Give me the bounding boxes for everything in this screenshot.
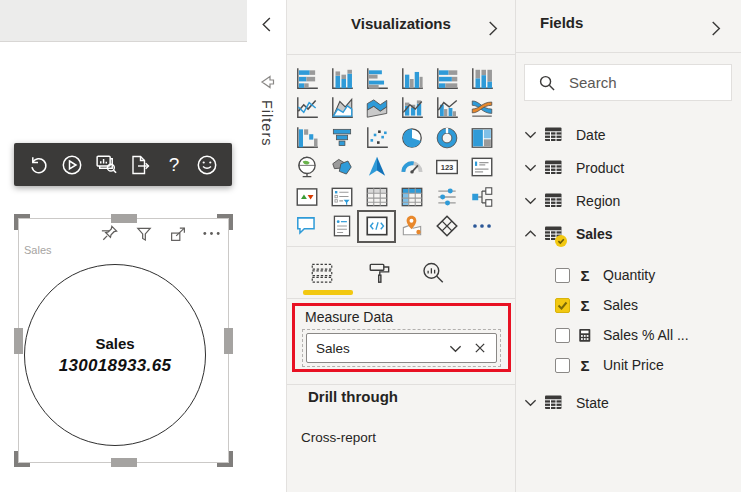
table-name: Region xyxy=(576,193,620,209)
view-records-icon[interactable] xyxy=(94,152,119,177)
more-options-icon[interactable] xyxy=(201,223,222,244)
table-row-region[interactable]: Region xyxy=(516,184,741,217)
viz-type-kpi-icon[interactable] xyxy=(289,182,324,212)
export-page-icon[interactable] xyxy=(127,152,152,177)
viz-type-ribbon-chart-icon[interactable] xyxy=(464,94,499,124)
viz-type-stacked-area-chart-icon[interactable] xyxy=(359,94,394,124)
viz-type-line-clustered-column-chart-icon[interactable] xyxy=(429,94,464,124)
sigma-measure-icon: Σ xyxy=(578,267,592,284)
viz-type-stacked-bar-chart-icon[interactable] xyxy=(289,64,324,94)
field-row-sales-all-[interactable]: Sales % All ... xyxy=(516,320,741,350)
chevron-down-icon[interactable] xyxy=(522,128,538,141)
search-input[interactable] xyxy=(567,73,711,92)
remove-field-x-icon[interactable] xyxy=(472,341,487,356)
divider xyxy=(287,246,515,247)
viz-type-donut-chart-icon[interactable] xyxy=(429,123,464,153)
feedback-smiley-icon[interactable] xyxy=(195,152,220,177)
viz-type-area-chart-icon[interactable] xyxy=(324,94,359,124)
viz-type-decomposition-tree-icon[interactable] xyxy=(464,182,499,212)
viz-type-key-influencers-icon[interactable] xyxy=(429,182,464,212)
selected-table-check-badge xyxy=(555,235,567,247)
pane-tabs xyxy=(287,252,515,298)
table-row-product[interactable]: Product xyxy=(516,151,741,184)
viz-type-line-stacked-column-chart-icon[interactable] xyxy=(394,94,429,124)
chevron-down-icon[interactable] xyxy=(522,161,538,174)
field-well-item[interactable]: Sales xyxy=(306,333,497,363)
chevron-down-icon[interactable] xyxy=(522,194,538,207)
viz-type-script-visual-icon[interactable] xyxy=(359,212,394,242)
viz-type-waterfall-chart-icon[interactable] xyxy=(289,123,324,153)
filters-pane-collapsed[interactable]: Filters xyxy=(247,0,287,492)
checkbox-checked[interactable] xyxy=(555,298,570,313)
table-icon xyxy=(544,158,563,177)
fields-search-box[interactable] xyxy=(524,64,732,101)
resize-handle-bottom[interactable] xyxy=(111,458,137,467)
viz-type-filled-map-icon[interactable] xyxy=(324,153,359,183)
chevron-down-icon[interactable] xyxy=(448,341,463,356)
viz-type-card-icon[interactable]: 123 xyxy=(429,153,464,183)
table-name: Product xyxy=(576,160,624,176)
expand-filters-chevron-icon[interactable] xyxy=(258,16,275,33)
table-row-date[interactable]: Date xyxy=(516,118,741,151)
resize-handle-right[interactable] xyxy=(224,328,233,354)
checkbox-unchecked[interactable] xyxy=(555,358,570,373)
field-row-sales[interactable]: ΣSales xyxy=(516,290,741,320)
calculated-column-icon xyxy=(578,328,592,343)
checkbox-unchecked[interactable] xyxy=(555,268,570,283)
resize-handle-top-left[interactable] xyxy=(14,214,30,230)
viz-type-line-chart-icon[interactable] xyxy=(289,94,324,124)
checkbox-unchecked[interactable] xyxy=(555,328,570,343)
viz-type-qa-icon[interactable] xyxy=(289,212,324,242)
card-visual-container[interactable]: Sales Sales 130018933.65 xyxy=(18,218,229,463)
resize-handle-top[interactable] xyxy=(111,214,137,223)
viz-type-hundred-stacked-bar-chart-icon[interactable] xyxy=(429,64,464,94)
chevron-up-icon[interactable] xyxy=(522,227,538,240)
pin-icon[interactable] xyxy=(99,223,120,244)
resize-handle-left[interactable] xyxy=(14,328,23,354)
viz-type-funnel-chart-icon[interactable] xyxy=(324,123,359,153)
table-row-state[interactable]: State xyxy=(516,386,741,419)
report-canvas: ? Sales Sales 130018933.65 xyxy=(0,0,248,492)
viz-type-map-icon[interactable] xyxy=(289,153,324,183)
viz-type-stacked-column-chart-icon[interactable] xyxy=(324,64,359,94)
viz-type-clustered-bar-chart-icon[interactable] xyxy=(359,64,394,94)
viz-type-shape-map-icon[interactable] xyxy=(359,153,394,183)
viz-type-more-visuals-icon[interactable] xyxy=(464,212,499,242)
chevron-down-icon[interactable] xyxy=(522,396,538,409)
resize-handle-bottom-left[interactable] xyxy=(14,451,30,467)
viz-type-multi-row-card-icon[interactable] xyxy=(464,153,499,183)
play-icon[interactable] xyxy=(60,152,85,177)
analytics-tab[interactable] xyxy=(420,260,446,286)
viz-type-slicer-icon[interactable] xyxy=(324,182,359,212)
viz-type-arcgis-map-icon[interactable] xyxy=(394,212,429,242)
fields-tree: DateProductRegionSalesΣQuantityΣSalesSal… xyxy=(516,118,741,419)
collapse-visualizations-chevron-icon[interactable] xyxy=(485,20,502,37)
focus-mode-icon[interactable] xyxy=(167,223,188,244)
viz-type-gauge-icon[interactable] xyxy=(394,153,429,183)
collapse-fields-chevron-icon[interactable] xyxy=(708,20,725,37)
svg-text:123: 123 xyxy=(440,164,453,173)
field-row-quantity[interactable]: ΣQuantity xyxy=(516,260,741,290)
table-icon xyxy=(544,224,563,243)
viz-type-power-apps-icon[interactable] xyxy=(429,212,464,242)
resize-handle-bottom-right[interactable] xyxy=(217,451,233,467)
field-row-unit-price[interactable]: ΣUnit Price xyxy=(516,350,741,380)
field-well-drop-area[interactable]: Sales xyxy=(302,329,501,367)
viz-type-table-icon[interactable] xyxy=(359,182,394,212)
canvas-top-band xyxy=(0,0,247,42)
viz-type-clustered-column-chart-icon[interactable] xyxy=(394,64,429,94)
format-tab[interactable] xyxy=(367,260,393,286)
refresh-icon[interactable] xyxy=(26,152,51,177)
fields-tab[interactable] xyxy=(309,260,335,286)
viz-type-hundred-stacked-column-chart-icon[interactable] xyxy=(464,64,499,94)
powerbi-window: ? Sales Sales 130018933.65 Filters Visua… xyxy=(0,0,741,492)
filter-icon[interactable] xyxy=(133,223,154,244)
viz-type-treemap-icon[interactable] xyxy=(464,123,499,153)
viz-type-pie-chart-icon[interactable] xyxy=(394,123,429,153)
help-icon[interactable]: ? xyxy=(161,152,186,177)
table-row-sales[interactable]: Sales xyxy=(516,217,741,250)
fields-pane: Fields DateProductRegionSalesΣQuantityΣS… xyxy=(516,0,741,492)
viz-type-matrix-icon[interactable] xyxy=(394,182,429,212)
viz-type-smart-narrative-icon[interactable] xyxy=(324,212,359,242)
viz-type-scatter-chart-icon[interactable] xyxy=(359,123,394,153)
